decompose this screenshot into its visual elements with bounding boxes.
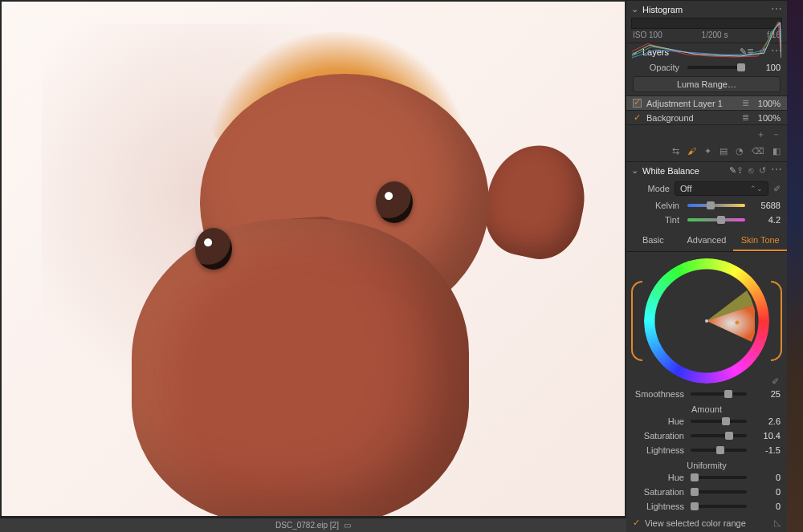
- uni-light-row: Lightness 0: [626, 499, 787, 514]
- uni-hue-row: Hue 0: [626, 470, 787, 485]
- fill-mask-icon[interactable]: ◧: [772, 146, 781, 156]
- layer-visibility-checkbox[interactable]: [633, 99, 642, 108]
- smoothness-value: 25: [753, 389, 781, 399]
- view-range-row[interactable]: ✓ View selected color range ◺: [626, 514, 787, 532]
- mask-preview-icon[interactable]: ◺: [774, 518, 781, 528]
- amount-light-slider[interactable]: [691, 449, 747, 452]
- smoothness-slider[interactable]: [691, 392, 747, 396]
- smoothness-row: Smoothness 25: [626, 387, 787, 401]
- amount-hue-label: Hue: [633, 416, 684, 426]
- white-balance-title: White Balance: [642, 166, 726, 176]
- amount-heading: Amount: [626, 401, 787, 414]
- svg-point-1: [705, 319, 708, 323]
- eyedropper-icon[interactable]: ✐: [773, 184, 781, 194]
- status-filename: DSC_0782.eip [2]: [275, 521, 339, 530]
- tint-slider[interactable]: [687, 218, 745, 221]
- layer-name: Background: [646, 113, 737, 123]
- radial-mask-icon[interactable]: ◔: [736, 146, 744, 156]
- white-balance-header[interactable]: ⌄ White Balance ✎ ⇪ ⎋ ↺: [626, 161, 787, 179]
- layer-opacity: 100%: [755, 113, 781, 123]
- uni-sat-slider[interactable]: [691, 490, 747, 493]
- uni-light-value: 0: [753, 502, 781, 511]
- amount-hue-row: Hue 2.6: [626, 414, 787, 428]
- layer-item[interactable]: Adjustment Layer 1 ≣ 100%: [626, 95, 787, 110]
- kelvin-label: Kelvin: [633, 201, 679, 210]
- status-box-icon: ▭: [344, 521, 351, 530]
- uni-sat-label: Saturation: [633, 487, 684, 497]
- image-content: [2, 2, 625, 516]
- uniformity-heading: Uniformity: [626, 457, 787, 470]
- wb-menu-icon[interactable]: [771, 165, 782, 176]
- uni-light-slider[interactable]: [691, 505, 747, 508]
- uni-hue-value: 0: [753, 473, 781, 482]
- canvas-area: DSC_0782.eip [2] ▭: [0, 0, 626, 532]
- reset-icon[interactable]: ↺: [759, 165, 766, 176]
- kelvin-value: 5688: [753, 201, 781, 210]
- amount-sat-slider[interactable]: [691, 434, 747, 437]
- add-layer-icon[interactable]: ＋: [756, 128, 765, 140]
- wb-mode-select[interactable]: Off ⌃⌄: [675, 181, 768, 196]
- view-range-label: View selected color range: [645, 518, 746, 528]
- wb-mode-label: Mode: [633, 184, 670, 193]
- sliders-icon[interactable]: ≣: [742, 98, 750, 108]
- amount-sat-row: Saturation 10.4: [626, 428, 787, 443]
- layer-item[interactable]: ✓ Background ≣ 100%: [626, 110, 787, 124]
- chevron-down-icon: ⌄: [631, 165, 639, 176]
- uni-sat-value: 0: [753, 487, 781, 497]
- check-icon: ✓: [633, 518, 640, 528]
- histogram-title: Histogram: [642, 5, 771, 14]
- opacity-slider[interactable]: [687, 66, 745, 69]
- tab-skin-tone[interactable]: Skin Tone: [733, 230, 787, 251]
- reset-arc-right-icon[interactable]: [771, 281, 782, 361]
- opacity-row: Opacity 100: [626, 60, 787, 75]
- smoothness-label: Smoothness: [633, 389, 684, 399]
- amount-light-value: -1.5: [753, 445, 781, 455]
- brush-tool-icon[interactable]: 🖌: [687, 146, 696, 156]
- wb-mode-row: Mode Off ⌃⌄ ✐: [626, 179, 787, 198]
- tint-label: Tint: [633, 215, 679, 225]
- tab-basic[interactable]: Basic: [626, 230, 680, 251]
- remove-layer-icon[interactable]: －: [772, 128, 781, 140]
- amount-sat-value: 10.4: [753, 431, 781, 441]
- tint-row: Tint 4.2: [626, 213, 787, 227]
- adjust-icon[interactable]: ⇆: [672, 146, 679, 156]
- luma-range-button[interactable]: Luma Range…: [633, 76, 781, 92]
- layer-mask-tools: ⇆ 🖌 ✦ ▤ ◔ ⌫ ◧: [626, 144, 787, 161]
- gradient-mask-icon[interactable]: ▤: [719, 146, 728, 156]
- uni-light-label: Lightness: [633, 502, 684, 511]
- layer-add-remove-bar: ＋ －: [626, 124, 787, 144]
- right-sidebar: ⌄ Histogram ISO 100 1/200 s f/16 ⌄ Layer…: [626, 0, 787, 532]
- amount-hue-slider[interactable]: [691, 420, 747, 423]
- histogram-header[interactable]: ⌄ Histogram: [626, 0, 787, 18]
- kelvin-row: Kelvin 5688: [626, 198, 787, 213]
- eraser-icon[interactable]: ⌫: [752, 146, 764, 156]
- tab-advanced[interactable]: Advanced: [680, 230, 734, 251]
- sliders-icon[interactable]: ≣: [742, 112, 750, 123]
- status-bar: DSC_0782.eip [2] ▭: [0, 518, 626, 532]
- skin-tone-wedge[interactable]: [658, 273, 755, 369]
- amount-sat-label: Saturation: [633, 431, 684, 441]
- caret-updown-icon: ⌃⌄: [750, 185, 763, 193]
- layer-opacity: 100%: [755, 99, 781, 108]
- color-wheel[interactable]: ✐: [626, 252, 787, 387]
- link-icon[interactable]: ⎋: [748, 165, 754, 176]
- opacity-value: 100: [753, 63, 781, 72]
- amount-light-label: Lightness: [633, 445, 684, 455]
- wb-mode-value: Off: [680, 184, 691, 193]
- brush-icon[interactable]: ✎: [729, 165, 736, 176]
- copy-icon[interactable]: ⇪: [736, 165, 744, 176]
- layer-visibility-check-icon[interactable]: ✓: [633, 112, 642, 123]
- amount-light-row: Lightness -1.5: [626, 443, 787, 457]
- opacity-label: Opacity: [633, 63, 679, 72]
- layer-list: Adjustment Layer 1 ≣ 100% ✓ Background ≣…: [626, 95, 787, 124]
- uni-hue-slider[interactable]: [691, 476, 747, 479]
- svg-point-0: [736, 321, 740, 325]
- skin-eyedropper-icon[interactable]: ✐: [772, 376, 779, 387]
- uni-hue-label: Hue: [633, 473, 684, 482]
- image-viewport[interactable]: [0, 0, 626, 518]
- magic-brush-icon[interactable]: ✦: [704, 146, 711, 156]
- histogram-graph[interactable]: [631, 18, 782, 29]
- kelvin-slider[interactable]: [687, 204, 745, 207]
- reset-arc-left-icon[interactable]: [631, 281, 642, 361]
- histogram-menu-icon[interactable]: [771, 5, 782, 14]
